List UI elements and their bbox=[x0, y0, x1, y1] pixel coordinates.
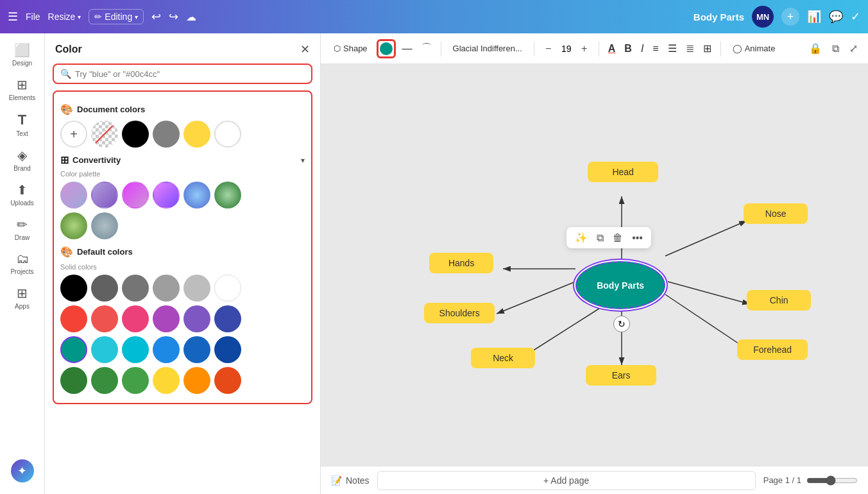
analytics-icon[interactable]: 📊 bbox=[807, 10, 821, 24]
node-head[interactable]: Head bbox=[588, 162, 658, 182]
palette-swatch-4[interactable] bbox=[153, 182, 180, 209]
solid-dark-green[interactable] bbox=[60, 367, 87, 394]
color-search-container: 🔍 bbox=[53, 64, 312, 84]
node-hands-label: Hands bbox=[448, 258, 474, 268]
copy-icon[interactable]: ⧉ bbox=[830, 40, 842, 57]
solid-dark-blue[interactable] bbox=[183, 336, 210, 363]
add-page-button[interactable]: + Add page bbox=[377, 471, 756, 490]
white-swatch[interactable] bbox=[214, 121, 241, 148]
solid-red-light[interactable] bbox=[91, 305, 118, 332]
node-hands[interactable]: Hands bbox=[429, 253, 493, 273]
color-search-input[interactable] bbox=[75, 69, 305, 79]
gray-swatch[interactable] bbox=[153, 121, 180, 148]
solid-yellow[interactable] bbox=[153, 367, 180, 394]
solid-green[interactable] bbox=[91, 367, 118, 394]
text-color-button[interactable] bbox=[377, 39, 396, 58]
solid-teal-selected[interactable] bbox=[60, 336, 87, 363]
comments-icon[interactable]: 💬 bbox=[829, 10, 843, 24]
bold-button[interactable]: B bbox=[622, 40, 634, 57]
decrease-font-button[interactable]: − bbox=[541, 41, 556, 56]
expand-icon[interactable]: ⤢ bbox=[847, 40, 860, 57]
shape-button[interactable]: ⬡ Shape bbox=[328, 41, 373, 56]
magic-button[interactable]: ✦ bbox=[11, 459, 34, 482]
sidebar-item-apps[interactable]: ⊞ Apps bbox=[3, 282, 42, 314]
solid-red[interactable] bbox=[60, 305, 87, 332]
rotate-handle[interactable]: ↻ bbox=[613, 316, 630, 332]
palette-swatch-2[interactable] bbox=[91, 182, 118, 209]
convertivity-toggle[interactable]: ▾ bbox=[301, 156, 305, 165]
editing-menu[interactable]: ✏ Editing ▾ bbox=[89, 9, 144, 24]
avatar[interactable]: MN bbox=[752, 6, 774, 28]
increase-font-button[interactable]: + bbox=[577, 41, 592, 56]
sidebar-item-elements[interactable]: ⊞ Elements bbox=[3, 73, 42, 105]
undo-button[interactable]: ↩ bbox=[151, 10, 161, 24]
line-style-button[interactable]: — bbox=[400, 40, 415, 57]
solid-deep-purple[interactable] bbox=[183, 305, 210, 332]
palette-swatch-6[interactable] bbox=[214, 182, 241, 209]
solid-light-gray[interactable] bbox=[183, 275, 210, 302]
transparent-swatch[interactable] bbox=[91, 121, 118, 148]
resize-menu[interactable]: Resize ▾ bbox=[48, 12, 81, 22]
solid-indigo[interactable] bbox=[214, 305, 241, 332]
sidebar-item-uploads[interactable]: ⬆ Uploads bbox=[3, 178, 42, 210]
delete-node-button[interactable]: 🗑 bbox=[609, 230, 626, 246]
add-collaborator-button[interactable]: + bbox=[781, 8, 799, 26]
list-button[interactable]: ☰ bbox=[665, 40, 679, 57]
file-menu[interactable]: File bbox=[26, 12, 40, 22]
sidebar-item-brand[interactable]: ◈ Brand bbox=[3, 144, 42, 176]
solid-light-blue[interactable] bbox=[122, 336, 149, 363]
cloud-save-icon[interactable]: ☁ bbox=[186, 11, 196, 23]
solid-black[interactable] bbox=[60, 275, 87, 302]
node-ears[interactable]: Ears bbox=[586, 365, 656, 386]
yellow-swatch[interactable] bbox=[183, 121, 210, 148]
list2-button[interactable]: ≣ bbox=[683, 40, 697, 57]
black-swatch[interactable] bbox=[122, 121, 149, 148]
solid-amber[interactable] bbox=[183, 367, 210, 394]
node-center[interactable]: Body Parts bbox=[575, 261, 665, 309]
solid-deep-orange[interactable] bbox=[214, 367, 241, 394]
palette-swatch-8[interactable] bbox=[91, 212, 118, 239]
node-chin[interactable]: Chin bbox=[747, 290, 811, 311]
solid-dark-gray[interactable] bbox=[91, 275, 118, 302]
sidebar-item-draw[interactable]: ✏ Draw bbox=[3, 213, 42, 245]
sidebar-item-projects[interactable]: 🗂 Projects bbox=[3, 248, 42, 279]
zoom-slider[interactable] bbox=[806, 475, 858, 486]
node-neck[interactable]: Neck bbox=[471, 348, 535, 368]
italic-button[interactable]: I bbox=[638, 40, 646, 57]
add-color-swatch[interactable]: + bbox=[60, 121, 87, 148]
grid-button[interactable]: ⊞ bbox=[701, 40, 714, 57]
more-options-button[interactable]: ••• bbox=[629, 230, 646, 246]
palette-swatch-7[interactable] bbox=[60, 212, 87, 239]
node-forehead[interactable]: Forehead bbox=[737, 339, 808, 360]
font-selector[interactable]: Glacial Indifferen... bbox=[448, 41, 527, 56]
redo-button[interactable]: ↪ bbox=[169, 10, 178, 24]
ai-button[interactable]: ✨ bbox=[572, 230, 591, 246]
palette-swatch-1[interactable] bbox=[60, 182, 87, 209]
notes-button[interactable]: 📝 Notes bbox=[331, 475, 370, 486]
solid-navy[interactable] bbox=[214, 336, 241, 363]
animate-button[interactable]: ◯ Animate bbox=[728, 41, 781, 56]
share-icon[interactable]: ✓ bbox=[851, 10, 860, 24]
solid-purple[interactable] bbox=[153, 305, 180, 332]
solid-blue[interactable] bbox=[153, 336, 180, 363]
sidebar-item-text[interactable]: T Text bbox=[3, 108, 42, 141]
sidebar-item-design[interactable]: ⬜ Design bbox=[3, 38, 42, 71]
node-nose[interactable]: Nose bbox=[744, 203, 808, 224]
solid-cyan[interactable] bbox=[91, 336, 118, 363]
text-color-icon[interactable]: A bbox=[606, 40, 618, 57]
close-color-panel-button[interactable]: ✕ bbox=[300, 42, 310, 56]
node-shoulders[interactable]: Shoulders bbox=[424, 303, 495, 323]
lock-icon[interactable]: 🔒 bbox=[806, 40, 824, 57]
solid-pink[interactable] bbox=[122, 305, 149, 332]
curve-button[interactable]: ⌒ bbox=[419, 39, 434, 58]
solid-medium-green[interactable] bbox=[122, 367, 149, 394]
solid-gray[interactable] bbox=[122, 275, 149, 302]
copy-node-button[interactable]: ⧉ bbox=[593, 230, 607, 246]
align-button[interactable]: ≡ bbox=[650, 40, 661, 57]
solid-white[interactable] bbox=[214, 275, 241, 302]
palette-swatch-5[interactable] bbox=[183, 182, 210, 209]
canvas[interactable]: ✨ ⧉ 🗑 ••• Head Nose Hands bbox=[321, 64, 868, 466]
menu-icon[interactable]: ☰ bbox=[8, 10, 18, 24]
palette-swatch-3[interactable] bbox=[122, 182, 149, 209]
solid-medium-gray[interactable] bbox=[153, 275, 180, 302]
